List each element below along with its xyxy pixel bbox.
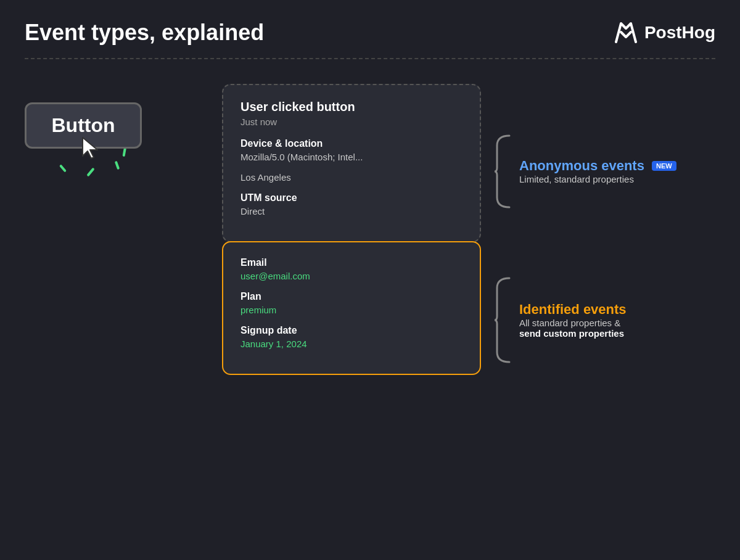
left-section: Button [25,84,222,375]
email-label: Email [240,257,462,268]
identified-card: Email user@email.com Plan premium Signup… [222,241,481,375]
button-demo-container: Button [25,102,160,201]
right-section: Anonymous events NEW Limited, standard p… [481,84,678,375]
sparkle-5 [86,168,94,177]
logo-text: PostHog [644,23,715,43]
plan-value: premium [240,305,462,315]
sparkle-4 [115,161,120,170]
cursor-icon [80,136,102,161]
signup-label: Signup date [240,325,462,336]
identified-brace-row: Identified events All standard propertie… [493,277,678,363]
event-timestamp: Just now [240,117,462,127]
logo-area: PostHog [612,20,715,46]
utm-label: UTM source [240,192,462,204]
email-value: user@email.com [240,271,462,281]
event-title: User clicked button [240,100,462,114]
identified-label-content: Identified events All standard propertie… [519,302,627,339]
header: Event types, explained PostHog [0,0,740,46]
identified-brace-icon [493,277,512,363]
identified-desc-2: send custom properties [519,328,624,339]
main-content: Button User clicked button Just now Devi… [0,72,740,387]
location-value: Los Angeles [240,172,462,183]
anonymous-events-group: Anonymous events NEW Limited, standard p… [493,134,678,213]
identified-events-group: Identified events All standard propertie… [493,277,678,368]
anonymous-events-title: Anonymous events [519,158,644,174]
anonymous-title-row: Anonymous events NEW [519,158,676,174]
plan-label: Plan [240,291,462,302]
device-value: Mozilla/5.0 (Macintosh; Intel... [240,152,462,162]
anonymous-brace-icon [493,134,512,208]
page-title: Event types, explained [25,20,264,46]
identified-events-desc: All standard properties & send custom pr… [519,318,627,339]
identified-desc-1: All standard properties & [519,318,620,328]
anonymous-events-desc: Limited, standard properties [519,174,676,184]
utm-value: Direct [240,206,462,216]
identified-events-title: Identified events [519,302,627,317]
posthog-logo-icon [612,20,638,46]
device-label: Device & location [240,138,462,149]
section-divider [25,58,715,59]
new-badge: NEW [652,161,676,171]
anonymous-card: User clicked button Just now Device & lo… [222,84,481,242]
cards-section: User clicked button Just now Device & lo… [222,84,481,375]
signup-value: January 1, 2024 [240,339,462,349]
anonymous-brace-row: Anonymous events NEW Limited, standard p… [493,134,678,208]
anonymous-label-content: Anonymous events NEW Limited, standard p… [519,158,676,184]
sparkle-6 [59,164,67,172]
